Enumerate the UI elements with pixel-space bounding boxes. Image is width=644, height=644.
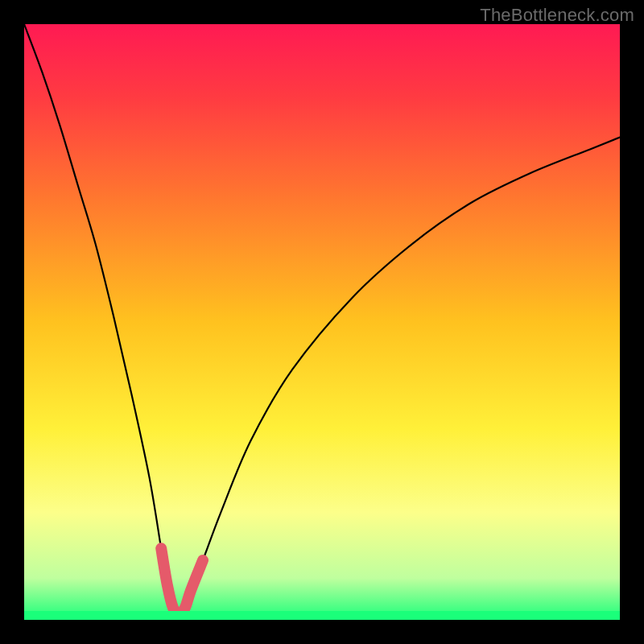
chart-frame: TheBottleneck.com	[0, 0, 644, 644]
watermark-text: TheBottleneck.com	[480, 5, 634, 26]
green-baseline-strip	[24, 611, 620, 620]
bottleneck-curve	[24, 24, 620, 620]
plot-area	[24, 24, 620, 620]
